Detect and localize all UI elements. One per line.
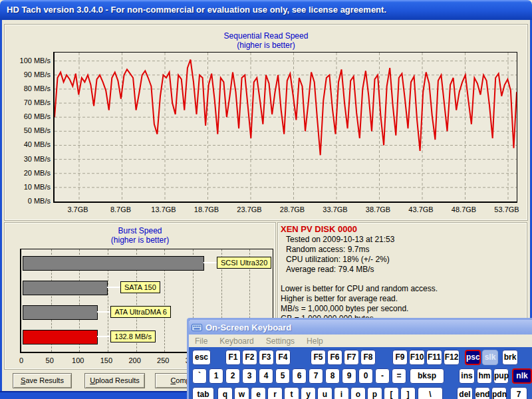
burst-xtick-label: 250 <box>153 356 173 364</box>
keyboard-icon <box>192 323 202 332</box>
hdtach-titlebar[interactable]: HD Tach version 3.0.4.0 - For non-commer… <box>0 0 532 20</box>
osk-menu-keyboard[interactable]: Keyboard <box>219 336 253 346</box>
key-bksp[interactable]: bksp <box>410 368 444 384</box>
key-F12[interactable]: F12 <box>444 350 460 365</box>
bar-label: 132.8 MB/s <box>110 331 156 342</box>
window-border-left <box>0 20 2 399</box>
key-end[interactable]: end <box>475 387 490 399</box>
info-spacer <box>281 275 524 284</box>
key-5[interactable]: 5 <box>275 368 290 384</box>
key-ins[interactable]: ins <box>459 368 475 384</box>
osk-title: On-Screen Keyboard <box>205 323 291 332</box>
key-4[interactable]: 4 <box>259 368 273 384</box>
key-F9[interactable]: F9 <box>392 350 408 365</box>
key-F3[interactable]: F3 <box>259 350 274 365</box>
osk-key-row-3: tabqwertyuiop[]\delendpdn7 <box>189 387 532 399</box>
key-y[interactable]: y <box>301 387 316 399</box>
osk-menu-file[interactable]: File <box>195 336 207 346</box>
key-F4[interactable]: F4 <box>275 350 291 365</box>
key-o[interactable]: o <box>350 387 366 399</box>
key--[interactable]: - <box>375 368 390 384</box>
key-9[interactable]: 9 <box>342 368 356 384</box>
key-F1[interactable]: F1 <box>225 350 241 365</box>
burst-chart-subtitle: (higher is better) <box>4 235 276 245</box>
key-hm[interactable]: hm <box>477 368 492 384</box>
seq-ytick-label: 0 MB/s <box>8 197 51 205</box>
key-7[interactable]: 7 <box>510 387 527 399</box>
bar-132-8-mb-s <box>23 330 98 344</box>
save-results-button[interactable]: Save Results <box>13 373 72 388</box>
osk-key-row-2: `1234567890-=bkspinshmpupnlk <box>189 368 532 384</box>
key-2[interactable]: 2 <box>225 368 240 384</box>
key-e[interactable]: e <box>251 387 266 399</box>
key-F11[interactable]: F11 <box>426 350 442 365</box>
seq-chart-title: Sequential Read Speed <box>0 31 532 41</box>
key-nlk[interactable]: nlk <box>512 368 532 384</box>
key-i[interactable]: i <box>334 387 349 399</box>
seq-xtick-label: 43.7GB <box>402 205 440 213</box>
seq-ytick-label: 30 MB/s <box>8 155 51 163</box>
seq-ytick-label: 10 MB/s <box>8 183 51 191</box>
key-tab[interactable]: tab <box>192 387 214 399</box>
hdtach-title: HD Tach version 3.0.4.0 - For non-commer… <box>7 5 386 15</box>
key-r[interactable]: r <box>267 387 283 399</box>
key-psc[interactable]: psc <box>465 350 481 365</box>
key-brk[interactable]: brk <box>502 350 518 365</box>
key-F5[interactable]: F5 <box>311 350 326 365</box>
key-7[interactable]: 7 <box>309 368 323 384</box>
osk-titlebar[interactable]: On-Screen Keyboard <box>189 320 532 334</box>
seq-ytick-label: 20 MB/s <box>8 169 51 177</box>
key-][interactable]: ] <box>400 387 416 399</box>
bar-label: SCSI Ultra320 <box>217 257 271 269</box>
bar-scsi-ultra320 <box>23 256 204 271</box>
bar-label: ATA UltraDMA 6 <box>110 306 170 318</box>
key-F6[interactable]: F6 <box>327 350 342 365</box>
seq-xtick-label: 48.7GB <box>446 205 483 213</box>
key-[[interactable]: [ <box>384 387 399 399</box>
key-8[interactable]: 8 <box>325 368 340 384</box>
device-stats: Tested on 2009-10-13 at 21:53Random acce… <box>281 235 524 275</box>
seq-xtick-label: 8.7GB <box>102 205 140 213</box>
burst-xtick-label: 150 <box>96 356 116 364</box>
osk-menu-settings[interactable]: Settings <box>266 336 295 346</box>
key-1[interactable]: 1 <box>209 368 223 384</box>
key-pup[interactable]: pup <box>493 368 509 384</box>
key-del[interactable]: del <box>457 387 473 399</box>
seq-xtick-label: 3.7GB <box>59 205 96 213</box>
key-slk[interactable]: slk <box>482 350 498 365</box>
key-6[interactable]: 6 <box>292 368 307 384</box>
seq-ytick-label: 80 MB/s <box>8 84 51 92</box>
key-3[interactable]: 3 <box>242 368 257 384</box>
key-t[interactable]: t <box>284 387 299 399</box>
burst-xtick-label: 100 <box>68 356 88 364</box>
key-F7[interactable]: F7 <box>344 350 359 365</box>
osk-menu-help[interactable]: Help <box>307 336 323 346</box>
upload-results-button[interactable]: Upload Results <box>84 373 145 388</box>
key-F8[interactable]: F8 <box>360 350 376 365</box>
key-=[interactable]: = <box>392 368 406 384</box>
seq-xtick-label: 18.7GB <box>188 205 225 213</box>
osk-window: On-Screen Keyboard File Keyboard Setting… <box>187 318 532 399</box>
key-u[interactable]: u <box>317 387 332 399</box>
key-`[interactable]: ` <box>192 368 207 384</box>
key-esc[interactable]: esc <box>192 350 211 365</box>
key-F2[interactable]: F2 <box>242 350 257 365</box>
info-note-line: Lower is better for CPU and random acces… <box>281 284 524 294</box>
key-backslash[interactable]: \ <box>418 387 443 399</box>
key-p[interactable]: p <box>367 387 382 399</box>
bar-sata-150 <box>23 281 108 295</box>
seq-ytick-label: 70 MB/s <box>8 98 51 106</box>
seq-xtick-label: 13.7GB <box>145 205 182 213</box>
key-w[interactable]: w <box>234 387 249 399</box>
info-stat-line: CPU utilization: 18% (+/- 2%) <box>281 255 524 265</box>
info-note-line: MB/s = 1,000,000 bytes per second. <box>281 304 524 314</box>
key-0[interactable]: 0 <box>358 368 373 384</box>
seq-xtick-label: 23.7GB <box>231 205 268 213</box>
key-pdn[interactable]: pdn <box>491 387 507 399</box>
info-stat-line: Average read: 79.4 MB/s <box>281 265 524 275</box>
osk-key-row-1: escF1F2F3F4F5F6F7F8F9F10F11F12pscslkbrk <box>189 350 532 365</box>
seq-ytick-label: 40 MB/s <box>8 140 51 148</box>
key-F10[interactable]: F10 <box>409 350 425 365</box>
key-q[interactable]: q <box>217 387 233 399</box>
seq-xtick-label: 28.7GB <box>274 205 311 213</box>
